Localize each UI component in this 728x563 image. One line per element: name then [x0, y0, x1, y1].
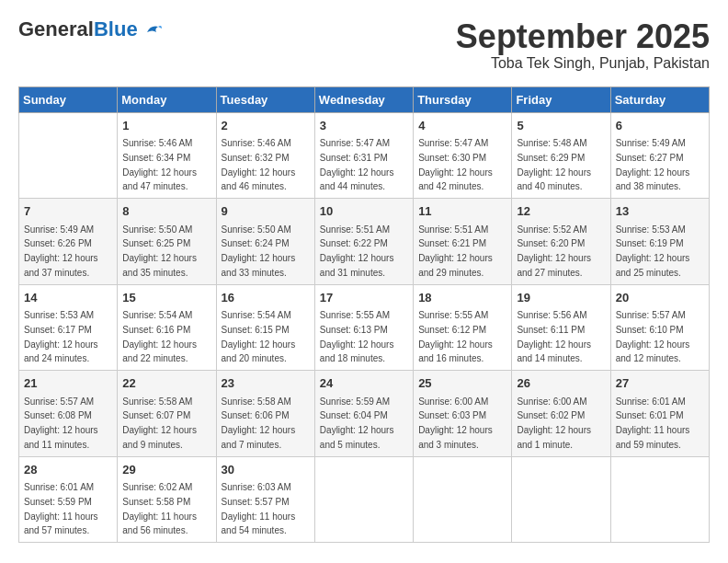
day-number: 11 [418, 202, 506, 221]
day-number: 27 [616, 374, 704, 393]
calendar-cell: 10Sunrise: 5:51 AM Sunset: 6:22 PM Dayli… [314, 199, 413, 285]
calendar-cell [19, 112, 118, 199]
calendar-cell: 13Sunrise: 5:53 AM Sunset: 6:19 PM Dayli… [610, 199, 709, 285]
calendar-cell: 18Sunrise: 5:55 AM Sunset: 6:12 PM Dayli… [414, 284, 512, 371]
calendar-table: SundayMondayTuesdayWednesdayThursdayFrid… [18, 86, 710, 544]
logo-bird-icon [145, 23, 162, 36]
day-number: 25 [418, 374, 506, 393]
day-number: 21 [24, 374, 112, 393]
day-number: 4 [418, 117, 506, 135]
calendar-cell: 19Sunrise: 5:56 AM Sunset: 6:11 PM Dayli… [512, 284, 610, 371]
calendar-cell [414, 456, 512, 543]
day-info: Sunrise: 5:47 AM Sunset: 6:31 PM Dayligh… [320, 138, 394, 191]
calendar-cell: 3Sunrise: 5:47 AM Sunset: 6:31 PM Daylig… [314, 112, 413, 199]
day-info: Sunrise: 5:50 AM Sunset: 6:24 PM Dayligh… [222, 224, 296, 278]
day-number: 12 [517, 202, 605, 221]
calendar-day-header: Monday [118, 86, 216, 112]
day-number: 28 [24, 461, 112, 479]
calendar-week-row: 7Sunrise: 5:49 AM Sunset: 6:26 PM Daylig… [19, 199, 710, 285]
page-header: GeneralBlue September 2025 Toba Tek Sing… [18, 18, 710, 72]
calendar-cell: 2Sunrise: 5:46 AM Sunset: 6:32 PM Daylig… [216, 112, 314, 199]
day-number: 16 [222, 289, 310, 307]
day-number: 22 [122, 374, 210, 393]
day-number: 20 [616, 289, 704, 307]
calendar-cell: 29Sunrise: 6:02 AM Sunset: 5:58 PM Dayli… [118, 456, 216, 543]
calendar-cell: 15Sunrise: 5:54 AM Sunset: 6:16 PM Dayli… [118, 284, 216, 371]
day-number: 7 [24, 202, 112, 221]
month-title: September 2025 [456, 18, 710, 55]
day-number: 23 [222, 374, 310, 393]
calendar-cell: 16Sunrise: 5:54 AM Sunset: 6:15 PM Dayli… [216, 284, 314, 371]
calendar-cell: 27Sunrise: 6:01 AM Sunset: 6:01 PM Dayli… [610, 371, 709, 457]
calendar-day-header: Thursday [414, 86, 512, 112]
calendar-cell: 28Sunrise: 6:01 AM Sunset: 5:59 PM Dayli… [19, 456, 118, 543]
day-number: 9 [222, 202, 310, 221]
calendar-cell: 1Sunrise: 5:46 AM Sunset: 6:34 PM Daylig… [118, 112, 216, 199]
calendar-day-header: Sunday [19, 86, 118, 112]
calendar-cell: 24Sunrise: 5:59 AM Sunset: 6:04 PM Dayli… [314, 371, 413, 457]
calendar-week-row: 28Sunrise: 6:01 AM Sunset: 5:59 PM Dayli… [19, 456, 710, 543]
logo-general: General [18, 17, 94, 40]
day-number: 8 [122, 202, 210, 221]
day-number: 3 [320, 117, 408, 135]
day-info: Sunrise: 6:00 AM Sunset: 6:03 PM Dayligh… [418, 396, 493, 450]
calendar-cell: 23Sunrise: 5:58 AM Sunset: 6:06 PM Dayli… [216, 371, 314, 457]
day-info: Sunrise: 5:53 AM Sunset: 6:17 PM Dayligh… [24, 310, 98, 363]
calendar-cell: 14Sunrise: 5:53 AM Sunset: 6:17 PM Dayli… [19, 284, 118, 371]
calendar-cell: 5Sunrise: 5:48 AM Sunset: 6:29 PM Daylig… [512, 112, 610, 199]
calendar-week-row: 14Sunrise: 5:53 AM Sunset: 6:17 PM Dayli… [19, 284, 710, 371]
day-number: 6 [616, 117, 704, 135]
day-number: 17 [320, 289, 408, 307]
day-info: Sunrise: 5:53 AM Sunset: 6:19 PM Dayligh… [616, 224, 690, 278]
day-info: Sunrise: 5:55 AM Sunset: 6:13 PM Dayligh… [320, 310, 394, 363]
day-number: 18 [418, 289, 506, 307]
day-info: Sunrise: 5:49 AM Sunset: 6:26 PM Dayligh… [24, 224, 98, 278]
calendar-cell: 12Sunrise: 5:52 AM Sunset: 6:20 PM Dayli… [512, 199, 610, 285]
day-info: Sunrise: 5:48 AM Sunset: 6:29 PM Dayligh… [517, 138, 591, 191]
day-info: Sunrise: 5:58 AM Sunset: 6:06 PM Dayligh… [222, 396, 296, 450]
day-number: 24 [320, 374, 408, 393]
calendar-cell: 9Sunrise: 5:50 AM Sunset: 6:24 PM Daylig… [216, 199, 314, 285]
day-number: 1 [122, 117, 210, 135]
day-info: Sunrise: 5:56 AM Sunset: 6:11 PM Dayligh… [517, 310, 591, 363]
calendar-week-row: 1Sunrise: 5:46 AM Sunset: 6:34 PM Daylig… [19, 112, 710, 199]
day-number: 10 [320, 202, 408, 221]
calendar-cell: 30Sunrise: 6:03 AM Sunset: 5:57 PM Dayli… [216, 456, 314, 543]
day-info: Sunrise: 6:03 AM Sunset: 5:57 PM Dayligh… [222, 482, 296, 535]
logo: GeneralBlue [18, 18, 162, 40]
day-info: Sunrise: 5:57 AM Sunset: 6:08 PM Dayligh… [24, 396, 98, 450]
day-info: Sunrise: 5:47 AM Sunset: 6:30 PM Dayligh… [418, 138, 493, 191]
day-number: 30 [222, 461, 310, 479]
day-info: Sunrise: 6:00 AM Sunset: 6:02 PM Dayligh… [517, 396, 591, 450]
calendar-cell: 20Sunrise: 5:57 AM Sunset: 6:10 PM Dayli… [610, 284, 709, 371]
calendar-cell: 21Sunrise: 5:57 AM Sunset: 6:08 PM Dayli… [19, 371, 118, 457]
calendar-cell: 22Sunrise: 5:58 AM Sunset: 6:07 PM Dayli… [118, 371, 216, 457]
calendar-cell: 26Sunrise: 6:00 AM Sunset: 6:02 PM Dayli… [512, 371, 610, 457]
day-number: 19 [517, 289, 605, 307]
day-info: Sunrise: 5:55 AM Sunset: 6:12 PM Dayligh… [418, 310, 493, 363]
day-info: Sunrise: 5:54 AM Sunset: 6:15 PM Dayligh… [222, 310, 296, 363]
day-info: Sunrise: 5:52 AM Sunset: 6:20 PM Dayligh… [517, 224, 591, 278]
day-info: Sunrise: 5:46 AM Sunset: 6:32 PM Dayligh… [222, 138, 296, 191]
day-info: Sunrise: 5:57 AM Sunset: 6:10 PM Dayligh… [616, 310, 690, 363]
calendar-week-row: 21Sunrise: 5:57 AM Sunset: 6:08 PM Dayli… [19, 371, 710, 457]
day-info: Sunrise: 6:02 AM Sunset: 5:58 PM Dayligh… [122, 482, 197, 535]
calendar-day-header: Saturday [610, 86, 709, 112]
calendar-header-row: SundayMondayTuesdayWednesdayThursdayFrid… [19, 86, 710, 112]
calendar-day-header: Wednesday [314, 86, 413, 112]
day-info: Sunrise: 5:46 AM Sunset: 6:34 PM Dayligh… [122, 138, 197, 191]
calendar-body: 1Sunrise: 5:46 AM Sunset: 6:34 PM Daylig… [19, 112, 710, 543]
title-area: September 2025 Toba Tek Singh, Punjab, P… [456, 18, 710, 72]
calendar-cell: 6Sunrise: 5:49 AM Sunset: 6:27 PM Daylig… [610, 112, 709, 199]
calendar-day-header: Tuesday [216, 86, 314, 112]
day-number: 13 [616, 202, 704, 221]
calendar-cell: 11Sunrise: 5:51 AM Sunset: 6:21 PM Dayli… [414, 199, 512, 285]
calendar-day-header: Friday [512, 86, 610, 112]
logo-blue: Blue [94, 17, 138, 40]
day-number: 29 [122, 461, 210, 479]
day-number: 5 [517, 117, 605, 135]
day-info: Sunrise: 6:01 AM Sunset: 6:01 PM Dayligh… [616, 396, 690, 450]
calendar-cell: 25Sunrise: 6:00 AM Sunset: 6:03 PM Dayli… [414, 371, 512, 457]
day-info: Sunrise: 5:58 AM Sunset: 6:07 PM Dayligh… [122, 396, 197, 450]
day-info: Sunrise: 5:50 AM Sunset: 6:25 PM Dayligh… [122, 224, 197, 278]
